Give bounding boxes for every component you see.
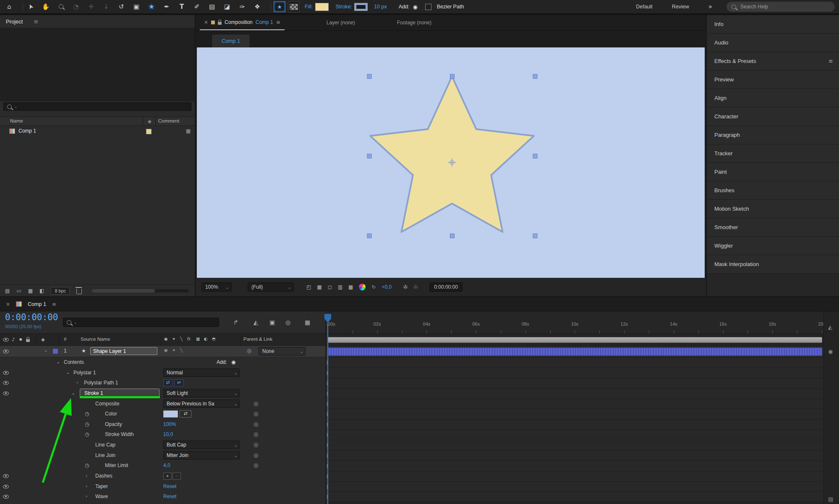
- orbit-camera-tool-icon[interactable]: ◔: [71, 0, 81, 13]
- timeline-zoom-icon[interactable]: ▤: [828, 496, 833, 502]
- blend-mode-dropdown[interactable]: Normal: [163, 368, 240, 377]
- transparency-grid-icon[interactable]: ▦: [317, 284, 321, 290]
- grid-icon[interactable]: ▩: [348, 284, 353, 290]
- layer-switch-icon[interactable]: ✦: [172, 348, 175, 353]
- track-row[interactable]: I: [326, 378, 824, 389]
- composite-dropdown[interactable]: Below Previous in Sa: [163, 400, 240, 408]
- work-area-bar[interactable]: [328, 337, 822, 343]
- brush-tool-icon[interactable]: ✐: [192, 0, 202, 13]
- panel-menu-icon[interactable]: ≡: [34, 18, 38, 25]
- pan-behind-tool-icon[interactable]: ▣: [131, 0, 141, 13]
- row-label-selected[interactable]: Stroke 1: [80, 389, 159, 397]
- layer-switch-icon[interactable]: ◉: [164, 348, 168, 353]
- dolly-camera-tool-icon[interactable]: ↓: [101, 0, 111, 13]
- add-dash-button[interactable]: +: [163, 473, 172, 480]
- track-row[interactable]: I: [326, 482, 824, 492]
- project-item-name[interactable]: Comp 1: [18, 128, 36, 134]
- sidebar-item-mask-interpolation[interactable]: Mask Interpolation: [707, 255, 839, 274]
- track-row[interactable]: I: [326, 430, 824, 440]
- row-opacity[interactable]: ◷ Opacity 100% ◎: [0, 419, 325, 430]
- sidebar-item-character[interactable]: Character: [707, 107, 839, 126]
- stroke-label[interactable]: Stroke:: [335, 4, 352, 10]
- sidebar-item-motion-sketch[interactable]: Motion Sketch: [707, 200, 839, 218]
- track-row[interactable]: I: [326, 451, 824, 461]
- track-row[interactable]: I: [326, 358, 824, 368]
- flowchart-icon[interactable]: ▦: [186, 128, 191, 134]
- layer-switch-icon[interactable]: ╲: [180, 348, 183, 353]
- sidebar-item-paragraph[interactable]: Paragraph: [707, 126, 839, 144]
- line-cap-dropdown[interactable]: Butt Cap: [163, 441, 240, 449]
- column-name[interactable]: Name: [10, 118, 23, 123]
- miter-limit-value[interactable]: 4,0: [163, 462, 170, 468]
- workspace-default[interactable]: Default: [636, 4, 653, 10]
- sidebar-item-align[interactable]: Align: [707, 89, 839, 107]
- column-divider[interactable]: [155, 117, 156, 125]
- layer-label-color-chip[interactable]: [53, 349, 58, 354]
- layer-name[interactable]: Shape Layer 1: [90, 347, 157, 355]
- expression-pick-whip-icon[interactable]: ◎: [254, 431, 258, 437]
- tool-creates-shape-button[interactable]: ★: [274, 1, 285, 12]
- sidebar-item-info[interactable]: Info: [707, 15, 839, 34]
- lock-icon[interactable]: [218, 22, 222, 25]
- layer-expand-caret-icon[interactable]: ⌄: [44, 348, 47, 353]
- track-row[interactable]: I: [326, 420, 824, 430]
- label-color-chip[interactable]: [146, 129, 152, 134]
- visibility-eye-icon[interactable]: [3, 495, 9, 499]
- project-search-field[interactable]: ⌄: [3, 102, 191, 111]
- track-options-icon[interactable]: ◉: [828, 348, 833, 355]
- expression-pick-whip-icon[interactable]: ◎: [254, 452, 258, 458]
- panel-menu-icon[interactable]: ≡: [52, 301, 56, 307]
- row-label[interactable]: Contents: [64, 359, 84, 365]
- tab-composition[interactable]: × Composition Comp 1 ≡: [200, 15, 285, 30]
- visibility-eye-icon[interactable]: [3, 392, 9, 395]
- caret-right-icon[interactable]: ›: [76, 380, 78, 385]
- selection-tool-icon[interactable]: ➤: [23, 0, 38, 14]
- hide-shy-layers-icon[interactable]: ▣: [269, 319, 275, 326]
- column-comment[interactable]: Comment: [158, 118, 179, 123]
- expression-pick-whip-icon[interactable]: ◎: [254, 441, 258, 448]
- row-color[interactable]: ◷ Color ⇄ ◎: [0, 409, 325, 419]
- visibility-eye-icon[interactable]: [3, 371, 9, 375]
- row-label[interactable]: Polystar Path 1: [84, 380, 118, 386]
- region-of-interest-icon[interactable]: ◰: [306, 284, 311, 290]
- eraser-tool-icon[interactable]: ◪: [222, 0, 232, 13]
- timeline-tab-comp1[interactable]: Comp 1: [28, 301, 46, 307]
- home-icon[interactable]: ⌂: [4, 0, 14, 13]
- tab-layer[interactable]: Layer (none): [327, 20, 355, 26]
- current-timecode[interactable]: 0:00:00:00: [5, 312, 58, 322]
- close-icon[interactable]: ×: [6, 301, 10, 307]
- show-snapshot-icon[interactable]: ✇: [413, 284, 418, 290]
- row-line-cap[interactable]: Line Cap Butt Cap ◎: [0, 440, 325, 450]
- playhead-line[interactable]: [327, 323, 328, 504]
- row-dashes[interactable]: › Dashes + −: [0, 471, 325, 481]
- track-row[interactable]: I: [326, 461, 824, 471]
- clone-stamp-tool-icon[interactable]: ▤: [207, 0, 217, 13]
- row-wave[interactable]: › Wave Reset: [0, 491, 325, 502]
- sidebar-item-effects-presets[interactable]: Effects & Presets≡: [707, 52, 839, 71]
- adjust-icon[interactable]: ◧: [39, 288, 44, 294]
- draft3d-icon[interactable]: ◭: [254, 319, 258, 326]
- track-row[interactable]: I: [326, 471, 824, 482]
- track-row[interactable]: I: [326, 440, 824, 451]
- caret-down-icon[interactable]: ⌄: [66, 370, 70, 375]
- layer-visibility-eye-icon[interactable]: [3, 350, 9, 353]
- hand-tool-icon[interactable]: ✋: [41, 0, 51, 13]
- channel-color-wheel-icon[interactable]: [359, 284, 366, 290]
- sidebar-item-preview[interactable]: Preview: [707, 71, 839, 89]
- source-name-header[interactable]: Source Name: [81, 337, 110, 342]
- tool-creates-mask-button[interactable]: [288, 1, 300, 12]
- polystar-shape[interactable]: [370, 76, 534, 232]
- snapshot-camera-icon[interactable]: ✇: [403, 284, 408, 290]
- interpret-footage-icon[interactable]: ▤: [5, 288, 10, 294]
- column-divider[interactable]: [143, 117, 143, 125]
- remove-dash-button[interactable]: −: [173, 473, 181, 480]
- row-stroke-width[interactable]: ◷ Stroke Width 10,0 ◎: [0, 429, 325, 440]
- workspace-overflow-icon[interactable]: »: [708, 3, 712, 10]
- horizontal-scrollbar[interactable]: [92, 289, 189, 292]
- stopwatch-icon[interactable]: ◷: [85, 411, 89, 417]
- stopwatch-icon[interactable]: ◷: [85, 431, 89, 437]
- stroke-color-value-swatch[interactable]: [163, 410, 178, 418]
- sidebar-item-smoother[interactable]: Smoother: [707, 218, 839, 237]
- star-shape-tool-icon[interactable]: ★: [146, 0, 157, 13]
- puppet-pin-tool-icon[interactable]: ❖: [252, 0, 262, 13]
